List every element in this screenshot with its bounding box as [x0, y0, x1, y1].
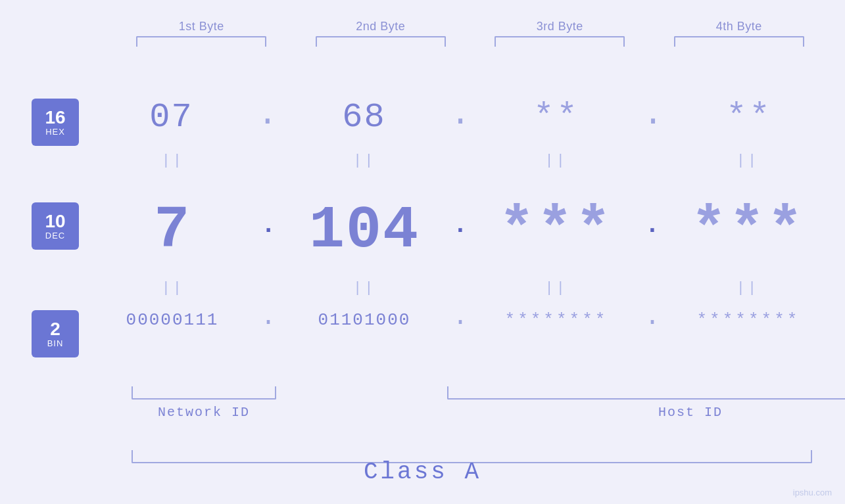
- hex-b3: **: [491, 98, 623, 137]
- dec-b3: ***: [491, 197, 622, 264]
- hex-dot3: .: [642, 95, 663, 139]
- hex-b4: **: [684, 98, 815, 137]
- bracket-col3: [495, 36, 625, 47]
- bottom-bracket-area: Network ID Host ID: [132, 386, 812, 420]
- bin-row: 00000111 . 01101000 . ******** . *******…: [95, 302, 825, 337]
- class-label: Class A: [0, 459, 845, 486]
- dec-b4: ***: [683, 197, 814, 264]
- hex-dot2: .: [450, 95, 470, 139]
- dec-dot1: .: [261, 211, 276, 251]
- eq1-c4: ||: [682, 152, 813, 169]
- dec-badge: 10 DEC: [32, 202, 79, 250]
- host-id-label: Host ID: [658, 405, 723, 420]
- hex-row: 07 . 68 . ** . **: [95, 95, 825, 139]
- col3-header: 3rd Byte: [481, 20, 639, 34]
- bin-dot3: .: [644, 302, 660, 337]
- bin-b2: 01101000: [299, 310, 430, 330]
- network-bracket-line: [132, 386, 276, 400]
- bin-badge: 2 BIN: [32, 310, 79, 357]
- bracket-col4: [674, 36, 804, 47]
- bracket-col2: [316, 36, 446, 47]
- col1-header: 1st Byte: [122, 20, 280, 34]
- main-container: 16 HEX 10 DEC 2 BIN 1st Byte 2nd Byte 3r…: [0, 0, 845, 504]
- eq2-c3: ||: [491, 280, 622, 296]
- bin-badge-label: BIN: [47, 338, 64, 348]
- eq1-c2: ||: [299, 152, 430, 169]
- hex-b2: 68: [298, 98, 429, 137]
- equals-row-1: || || || ||: [95, 152, 825, 169]
- dec-b1: 7: [107, 197, 238, 264]
- dec-dot3: .: [644, 211, 660, 251]
- bin-dot2: .: [452, 302, 468, 337]
- host-bracket-line: [447, 386, 845, 400]
- hex-badge-label: HEX: [45, 127, 65, 137]
- eq2-c2: ||: [299, 280, 430, 296]
- host-bracket: Host ID: [447, 386, 845, 420]
- dec-badge-number: 10: [45, 212, 65, 231]
- bin-b1: 00000111: [107, 310, 238, 330]
- bin-b4: ********: [683, 310, 814, 330]
- headers-row: 1st Byte 2nd Byte 3rd Byte 4th Byte: [112, 20, 829, 34]
- hex-badge: 16 HEX: [32, 99, 79, 146]
- bin-badge-number: 2: [50, 320, 60, 338]
- col2-header: 2nd Byte: [302, 20, 460, 34]
- network-bracket: Network ID: [132, 386, 276, 420]
- dec-row: 7 . 104 . *** . ***: [95, 197, 825, 264]
- dec-b2: 104: [299, 197, 430, 264]
- col4-header: 4th Byte: [660, 20, 818, 34]
- dec-dot2: .: [453, 211, 468, 251]
- eq1-c3: ||: [491, 152, 622, 169]
- hex-badge-number: 16: [45, 108, 65, 127]
- bracket-col1: [136, 36, 266, 47]
- network-id-label: Network ID: [158, 405, 250, 420]
- watermark: ipshu.com: [793, 488, 832, 497]
- hex-b1: 07: [105, 98, 237, 137]
- hex-dot1: .: [257, 95, 278, 139]
- top-bracket-row: [112, 36, 829, 47]
- eq1-c1: ||: [107, 152, 239, 169]
- bin-b3: ********: [491, 310, 622, 330]
- eq2-c1: ||: [107, 280, 239, 296]
- dec-badge-label: DEC: [45, 231, 65, 241]
- eq2-c4: ||: [682, 280, 813, 296]
- bin-dot1: .: [260, 302, 276, 337]
- equals-row-2: || || || ||: [95, 280, 825, 296]
